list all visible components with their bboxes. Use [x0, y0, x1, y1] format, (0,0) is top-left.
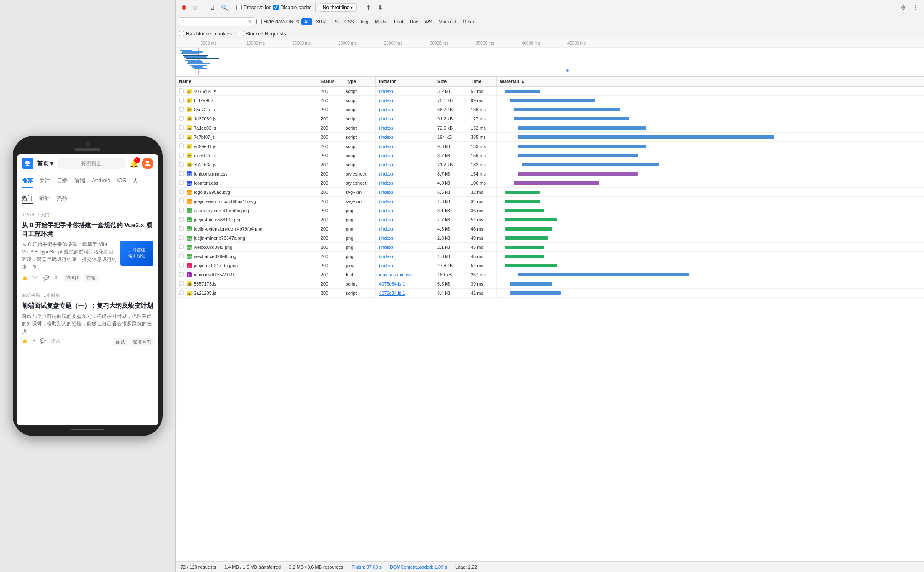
record-button[interactable]: ⏺	[179, 3, 189, 13]
table-row[interactable]: JS 1d37089.js 200 script (index) 91.2 kB…	[176, 114, 924, 123]
import-button[interactable]: ⬆	[364, 3, 374, 13]
td-initiator-5[interactable]: (index)	[376, 133, 434, 141]
td-initiator-19[interactable]: (index)	[376, 261, 434, 270]
td-initiator-11[interactable]: (index)	[376, 188, 434, 196]
td-initiator-12[interactable]: (index)	[376, 197, 434, 206]
th-time[interactable]: Time	[467, 77, 497, 86]
table-row[interactable]: JS 05c70fb.js 200 script (index) 68.7 kB…	[176, 105, 924, 114]
table-row[interactable]: JS 7a1ce03.js 200 script (index) 72.9 kB…	[176, 123, 924, 133]
tag-interview[interactable]: 面试	[113, 338, 128, 346]
table-row[interactable]: JS 7b2163a.js 200 script (index) 21.2 kB…	[176, 160, 924, 169]
search-bar[interactable]: 探索掘金	[57, 158, 126, 169]
table-row[interactable]: JS 4075c84.js 200 script (index) 3.2 kB …	[176, 87, 924, 96]
search-button[interactable]: 🔍	[219, 3, 229, 13]
table-row[interactable]: CSS ionicons.min.css 200 stylesheet (ind…	[176, 169, 924, 178]
table-row[interactable]: PNG juejin-tutu.d58819c.png 200 png (ind…	[176, 215, 924, 224]
td-initiator-10[interactable]: (index)	[376, 178, 434, 187]
filter-btn-js[interactable]: JS	[329, 18, 341, 25]
hide-data-urls-input[interactable]	[256, 19, 262, 24]
td-initiator-1[interactable]: (index)	[376, 96, 434, 105]
th-type[interactable]: Type	[342, 77, 376, 86]
filter-btn-xhr[interactable]: XHR	[313, 18, 329, 25]
subtab-hot[interactable]: 热门	[22, 193, 33, 204]
settings-icon[interactable]: ⚙	[898, 3, 908, 13]
td-initiator-7[interactable]: (index)	[376, 151, 434, 160]
td-initiator-15[interactable]: (index)	[376, 224, 434, 233]
table-row[interactable]: JS bf42a9f.js 200 script (index) 75.1 kB…	[176, 96, 924, 105]
table-row[interactable]: SVG juejin-search-icon.6f8ba1b.svg 200 s…	[176, 197, 924, 206]
tab-more[interactable]: 人	[133, 175, 138, 188]
th-status[interactable]: Status	[317, 77, 342, 86]
td-initiator-14[interactable]: (index)	[376, 215, 434, 224]
filter-btn-css[interactable]: CSS	[341, 18, 357, 25]
article-title-2[interactable]: 前端面试复盘专题（一）：复习大纲及蜕变计划	[22, 301, 153, 310]
tag-deeplearn[interactable]: 深度学习	[130, 338, 153, 346]
preserve-log-checkbox[interactable]: Preserve log	[236, 5, 271, 10]
filter-btn-ws[interactable]: WS	[422, 18, 435, 25]
tag-vuejs[interactable]: Vue.js	[64, 274, 81, 282]
subtab-latest[interactable]: 最新	[39, 193, 50, 204]
table-row[interactable]: SVG logo.a7995ad.svg 200 svg+xml (index)…	[176, 188, 924, 197]
td-initiator-18[interactable]: (index)	[376, 252, 434, 261]
table-row[interactable]: F ionicons.ttf?v=2.0.0 200 font ionicons…	[176, 270, 924, 279]
td-initiator-9[interactable]: (index)	[376, 169, 434, 178]
td-initiator-22[interactable]: 4075c84.js:1	[376, 289, 434, 297]
tab-ios[interactable]: iOS	[117, 175, 126, 188]
table-row[interactable]: JS 2a21205.js 200 script 4075c84.js:1 8.…	[176, 289, 924, 298]
article-title-1[interactable]: 从 0 开始手把手带你搭建一套规范的 Vue3.x 项目工程环境	[22, 221, 153, 238]
throttle-select[interactable]: No throttling ▾	[319, 3, 357, 12]
filter-input[interactable]	[179, 17, 254, 26]
td-initiator-0[interactable]: (index)	[376, 87, 434, 95]
tab-frontend[interactable]: 前端	[74, 175, 85, 188]
blocked-requests-checkbox[interactable]: Blocked Requests	[239, 31, 286, 37]
table-row[interactable]: JS 5557173.js 200 script 4075c84.js:1 5.…	[176, 279, 924, 289]
th-size[interactable]: Size	[434, 77, 467, 86]
notification-bell[interactable]: 🔔 3	[129, 159, 138, 168]
table-row[interactable]: JS 7c7bf07.js 200 script (index) 194 kB …	[176, 133, 924, 142]
tab-follow[interactable]: 关注	[39, 175, 50, 188]
dock-icon[interactable]: ⋮	[911, 3, 921, 13]
filter-btn-all[interactable]: All	[301, 18, 312, 25]
filter-btn-media[interactable]: Media	[372, 18, 390, 25]
th-initiator[interactable]: Initiator	[376, 77, 434, 86]
tag-frontend[interactable]: 前端	[84, 274, 98, 282]
td-initiator-4[interactable]: (index)	[376, 123, 434, 132]
filter-btn-img[interactable]: Img	[358, 18, 371, 25]
table-row[interactable]: CSS iconfont.css 200 stylesheet (index) …	[176, 178, 924, 188]
th-name[interactable]: Name	[176, 77, 317, 86]
stop-button[interactable]: ⊘	[191, 3, 201, 13]
preserve-log-input[interactable]	[236, 5, 242, 10]
home-button[interactable]: 首页 ▾	[37, 160, 53, 168]
table-row[interactable]: PNG academyIcon.64eed9c.png 200 png (ind…	[176, 206, 924, 215]
table-row[interactable]: PNG juejin-extension-icon.4b79fb4.png 20…	[176, 224, 924, 233]
table-row[interactable]: PNG juejin-miner.b78347c.png 200 png (in…	[176, 233, 924, 243]
hide-data-urls-checkbox[interactable]: Hide data URLs	[256, 19, 299, 25]
tab-recommend[interactable]: 推荐	[22, 175, 33, 188]
table-row[interactable]: PNG wechat.ce329e6.png 200 png (index) 1…	[176, 252, 924, 261]
td-initiator-2[interactable]: (index)	[376, 105, 434, 114]
td-initiator-6[interactable]: (index)	[376, 142, 434, 151]
td-initiator-3[interactable]: (index)	[376, 114, 434, 123]
td-initiator-21[interactable]: 4075c84.js:1	[376, 279, 434, 288]
export-button[interactable]: ⬇	[375, 3, 385, 13]
td-initiator-20[interactable]: ionicons.min.css	[376, 270, 434, 279]
tab-backend[interactable]: 后端	[57, 175, 68, 188]
table-row[interactable]: PNG weibo.0cd39f5.png 200 png (index) 2.…	[176, 243, 924, 252]
filter-btn-doc[interactable]: Doc	[407, 18, 421, 25]
table-row[interactable]: JPG juejin-qr.b247fde.jpeg 200 jpeg (ind…	[176, 261, 924, 270]
th-waterfall[interactable]: Waterfall ▲	[497, 77, 924, 86]
user-avatar[interactable]	[142, 158, 153, 169]
has-blocked-cookies-input[interactable]	[179, 31, 184, 36]
blocked-requests-input[interactable]	[239, 31, 244, 36]
table-row[interactable]: JS ad99ed1.js 200 script (index) 9.3 kB …	[176, 142, 924, 151]
disable-cache-checkbox[interactable]: Disable cache	[273, 5, 311, 10]
tab-android[interactable]: Android	[92, 175, 110, 188]
has-blocked-cookies-checkbox[interactable]: Has blocked cookies	[179, 31, 232, 37]
td-initiator-8[interactable]: (index)	[376, 160, 434, 169]
td-initiator-13[interactable]: (index)	[376, 206, 434, 215]
filter-btn-manifest[interactable]: Manifest	[436, 18, 459, 25]
td-initiator-16[interactable]: (index)	[376, 233, 434, 242]
subtab-trending[interactable]: 热榜	[57, 193, 68, 204]
filter-clear-button[interactable]: ✕	[247, 18, 252, 25]
filter-btn-other[interactable]: Other	[460, 18, 477, 25]
